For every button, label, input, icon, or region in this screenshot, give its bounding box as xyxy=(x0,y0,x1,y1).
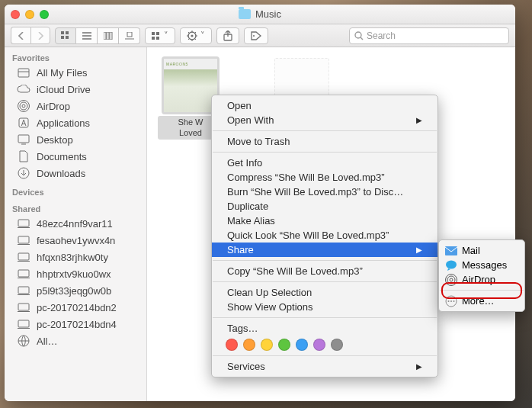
svg-rect-8 xyxy=(152,32,155,35)
documents-icon xyxy=(17,150,30,162)
sidebar: Favorites All My Files iCloud Drive AirD… xyxy=(5,47,147,401)
window-title-text: Music xyxy=(255,8,281,20)
menu-item-open-with[interactable]: Open With▶ xyxy=(212,113,437,127)
svg-point-13 xyxy=(191,34,193,37)
computer-icon xyxy=(17,301,30,313)
svg-rect-25 xyxy=(18,220,29,226)
menu-item-compress[interactable]: Compress “She Will Be Loved.mp3” xyxy=(212,170,437,185)
forward-button[interactable] xyxy=(30,27,50,44)
menu-item-make-alias[interactable]: Make Alias xyxy=(212,214,437,228)
sidebar-item-airdrop[interactable]: AirDrop xyxy=(5,98,146,114)
menu-separator xyxy=(213,281,437,282)
svg-point-41 xyxy=(453,300,455,302)
computer-icon xyxy=(17,234,30,246)
share-messages[interactable]: Messages xyxy=(439,258,524,272)
sidebar-item-all-shared[interactable]: All… xyxy=(5,333,146,349)
tag-red[interactable] xyxy=(226,339,238,351)
all-files-icon xyxy=(17,66,30,79)
svg-rect-6 xyxy=(110,32,112,40)
tag-gray[interactable] xyxy=(331,339,343,351)
tag-yellow[interactable] xyxy=(261,339,273,351)
close-window-button[interactable] xyxy=(11,10,20,19)
sidebar-header-shared: Shared xyxy=(5,198,146,215)
svg-rect-23 xyxy=(18,135,29,143)
menu-item-copy[interactable]: Copy “She Will Be Loved.mp3” xyxy=(212,264,437,278)
airdrop-icon xyxy=(445,274,457,286)
svg-rect-30 xyxy=(18,304,29,310)
column-view-button[interactable] xyxy=(98,27,119,44)
mail-icon xyxy=(445,245,457,257)
back-button[interactable] xyxy=(11,27,30,44)
tags-button[interactable] xyxy=(244,27,268,44)
menu-item-open[interactable]: Open xyxy=(212,98,437,113)
submenu-arrow-icon: ▶ xyxy=(416,362,422,371)
submenu-arrow-icon: ▶ xyxy=(416,116,422,124)
icon-view-button[interactable] xyxy=(55,27,76,44)
arrange-menu-button[interactable]: ˅ xyxy=(145,27,175,44)
computer-icon xyxy=(17,284,30,297)
downloads-icon xyxy=(17,167,30,179)
sidebar-item-shared[interactable]: hhptrxtv9kuo0wx xyxy=(5,265,146,282)
svg-rect-7 xyxy=(127,32,132,37)
zoom-window-button[interactable] xyxy=(40,10,49,19)
svg-point-19 xyxy=(20,102,27,110)
sidebar-item-shared[interactable]: hfqxn83rjhkw0ty xyxy=(5,249,146,265)
svg-rect-28 xyxy=(18,270,29,277)
sidebar-item-desktop[interactable]: Desktop xyxy=(5,131,146,148)
svg-text:A: A xyxy=(21,119,27,127)
share-more[interactable]: More… xyxy=(439,294,524,308)
view-mode-segment xyxy=(55,27,140,44)
sidebar-item-icloud[interactable]: iCloud Drive xyxy=(5,81,146,98)
computer-icon xyxy=(17,318,30,330)
menu-item-quick-look[interactable]: Quick Look “She Will Be Loved.mp3” xyxy=(212,228,437,243)
search-placeholder: Search xyxy=(367,31,396,41)
menu-item-get-info[interactable]: Get Info xyxy=(212,156,437,170)
menu-separator xyxy=(213,260,437,261)
context-menu: Open Open With▶ Move to Trash Get Info C… xyxy=(211,95,438,377)
menu-item-duplicate[interactable]: Duplicate xyxy=(212,199,437,214)
sidebar-item-all-my-files[interactable]: All My Files xyxy=(5,64,146,81)
tag-green[interactable] xyxy=(278,339,290,351)
sidebar-header-favorites: Favorites xyxy=(5,47,146,64)
search-field[interactable]: Search xyxy=(349,27,509,44)
sidebar-item-applications[interactable]: AApplications xyxy=(5,114,146,131)
sidebar-item-shared[interactable]: 48ezc4nnf9var11 xyxy=(5,215,146,232)
sidebar-item-shared[interactable]: pc-20170214bdn4 xyxy=(5,316,146,333)
search-icon xyxy=(354,31,364,40)
sidebar-item-shared[interactable]: p5l9t33jeqg0w0b xyxy=(5,282,146,299)
svg-rect-3 xyxy=(66,36,69,39)
menu-item-view-options[interactable]: Show View Options xyxy=(212,300,437,314)
share-airdrop[interactable]: AirDrop xyxy=(439,272,524,287)
list-view-button[interactable] xyxy=(76,27,98,44)
menu-item-burn[interactable]: Burn “She Will Be Loved.mp3” to Disc… xyxy=(212,185,437,199)
svg-point-15 xyxy=(253,35,255,37)
share-button[interactable] xyxy=(216,27,239,44)
action-menu-button[interactable]: ˅ xyxy=(180,27,212,44)
sidebar-item-shared[interactable]: pc-20170214bdn2 xyxy=(5,299,146,316)
minimize-window-button[interactable] xyxy=(25,10,34,19)
menu-item-services[interactable]: Services▶ xyxy=(212,359,437,374)
coverflow-view-button[interactable] xyxy=(119,27,140,44)
folder-icon xyxy=(239,9,251,19)
menu-separator xyxy=(440,290,524,291)
svg-point-36 xyxy=(447,276,455,284)
sidebar-item-documents[interactable]: Documents xyxy=(5,148,146,165)
menu-item-trash[interactable]: Move to Trash xyxy=(212,134,437,149)
tag-blue[interactable] xyxy=(296,339,308,351)
sidebar-item-downloads[interactable]: Downloads xyxy=(5,165,146,182)
svg-rect-31 xyxy=(18,320,29,327)
svg-rect-9 xyxy=(156,32,159,35)
svg-rect-26 xyxy=(18,236,29,243)
menu-item-tags[interactable]: Tags… xyxy=(212,321,437,336)
computer-icon xyxy=(17,217,30,230)
menu-item-share[interactable]: Share▶ xyxy=(212,243,437,257)
tag-orange[interactable] xyxy=(243,339,255,351)
menu-item-cleanup[interactable]: Clean Up Selection xyxy=(212,285,437,300)
sidebar-item-shared[interactable]: fesaohev1ywvx4n xyxy=(5,232,146,249)
apps-icon: A xyxy=(17,117,30,129)
tag-purple[interactable] xyxy=(313,339,325,351)
more-icon xyxy=(445,295,457,307)
menu-separator xyxy=(213,152,437,153)
globe-icon xyxy=(17,335,30,347)
share-mail[interactable]: Mail xyxy=(439,243,524,258)
